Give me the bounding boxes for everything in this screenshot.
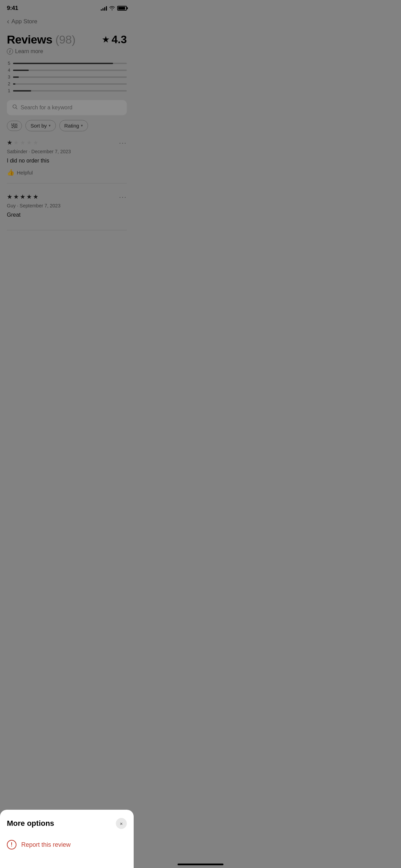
bottom-sheet-overlay[interactable] <box>0 0 134 289</box>
